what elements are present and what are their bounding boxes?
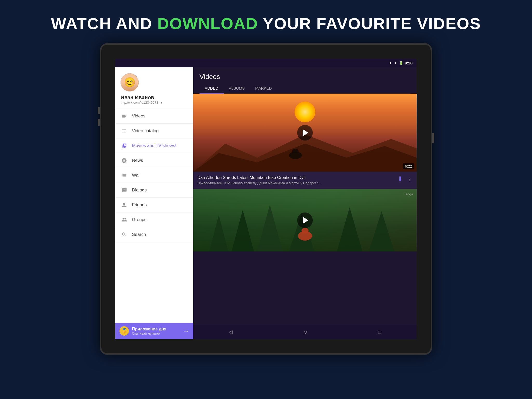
sidebar-item-video-catalog[interactable]: Video catalog <box>115 124 193 138</box>
profile-url: http://vk.com/id12345678 <box>121 101 158 104</box>
sidebar-item-friends[interactable]: Friends <box>115 198 193 212</box>
sidebar-label-video-catalog: Video catalog <box>132 128 159 134</box>
sidebar-label-videos: Videos <box>132 114 145 119</box>
recents-button[interactable]: □ <box>378 329 381 335</box>
volume-button-up <box>98 107 100 114</box>
more-options-button-1[interactable]: ⋮ <box>407 176 413 182</box>
back-button[interactable]: ◁ <box>229 329 232 335</box>
profile-section: 😊 Иван Иванов http://vk.com/id12345678 ▼ <box>115 67 193 109</box>
tablet-device: ▲ ▲ 🔋 9:28 😊 Иван Иванов http://vk.com/i… <box>100 43 432 355</box>
tablet-screen: ▲ ▲ 🔋 9:28 😊 Иван Иванов http://vk.com/i… <box>115 59 417 339</box>
sidebar: 😊 Иван Иванов http://vk.com/id12345678 ▼ <box>115 67 193 339</box>
bottom-navigation: ◁ ○ □ <box>193 325 417 339</box>
sidebar-item-movies[interactable]: Movies and TV shows! <box>115 138 193 153</box>
videos-title: Videos <box>200 73 410 81</box>
promo-bar[interactable]: 🏅 Приложение дня Скачивай лучшее → <box>115 323 193 339</box>
svg-point-11 <box>301 228 308 234</box>
search-icon <box>121 231 128 238</box>
videos-header: Videos ADDED ALBUMS MARKED <box>193 67 417 94</box>
sidebar-item-videos[interactable]: Videos <box>115 109 193 124</box>
sidebar-item-wall[interactable]: Wall <box>115 168 193 183</box>
home-button[interactable]: ○ <box>303 328 307 336</box>
sidebar-item-dialogs[interactable]: Dialogs <box>115 183 193 198</box>
sidebar-item-news[interactable]: News <box>115 153 193 168</box>
play-button-2[interactable] <box>297 212 313 228</box>
svg-marker-6 <box>257 205 283 251</box>
video-item-2: Tagga <box>193 189 417 251</box>
promo-title: Приложение дня <box>132 327 183 331</box>
signal-icon: ▲ <box>394 61 397 65</box>
video-thumbnail-2[interactable]: Tagga <box>193 189 417 251</box>
time-display: 9:28 <box>405 61 413 65</box>
app-content: 😊 Иван Иванов http://vk.com/id12345678 ▼ <box>115 67 417 339</box>
tabs-row: ADDED ALBUMS MARKED <box>200 83 410 94</box>
promo-subtitle: Скачивай лучшее <box>132 331 183 335</box>
dialogs-icon <box>121 187 128 194</box>
wall-icon <box>121 172 128 179</box>
avatar: 😊 <box>121 73 139 91</box>
movies-icon <box>121 142 128 149</box>
power-button <box>432 133 434 143</box>
svg-marker-4 <box>209 215 228 251</box>
promo-icon: 🏅 <box>119 326 129 336</box>
video-catalog-icon <box>121 127 128 135</box>
video-title-1: Dan Atherton Shreds Latest Mountain Bike… <box>197 175 397 180</box>
profile-name: Иван Иванов <box>121 95 188 101</box>
wifi-icon: ▲ <box>389 61 392 65</box>
video-duration-1: 6:22 <box>403 163 414 169</box>
video-desc-1: Присоединитесь к бешеному тревелу Дэнни … <box>197 181 397 185</box>
sidebar-label-news: News <box>132 158 143 163</box>
sidebar-label-friends: Friends <box>132 202 147 208</box>
watermark: Tagga <box>404 192 413 196</box>
sidebar-item-groups[interactable]: Groups <box>115 212 193 227</box>
svg-marker-8 <box>337 207 362 251</box>
sidebar-label-movies: Movies and TV shows! <box>132 143 176 148</box>
video-info-1: Dan Atherton Shreds Latest Mountain Bike… <box>193 172 417 189</box>
download-button-1[interactable]: ⬇ <box>397 175 403 183</box>
nav-list: Videos Video catalog Movie <box>115 109 193 323</box>
sidebar-item-search[interactable]: Search <box>115 227 193 242</box>
battery-icon: 🔋 <box>399 61 403 65</box>
profile-dropdown-icon[interactable]: ▼ <box>160 101 163 104</box>
tab-albums[interactable]: ALBUMS <box>224 83 250 94</box>
volume-button-down <box>98 119 100 126</box>
header-text: WATCH AND DOWNLOAD YOUR FAVOURITE VIDEOS <box>51 15 481 32</box>
video-list: 6:22 Dan Atherton Shreds Latest Mountain… <box>193 94 417 325</box>
svg-marker-9 <box>369 211 394 251</box>
tab-added[interactable]: ADDED <box>200 83 224 94</box>
promo-arrow-icon: → <box>183 327 189 335</box>
svg-point-3 <box>292 149 299 154</box>
sun-decoration <box>295 102 315 122</box>
news-icon <box>121 157 128 164</box>
status-bar: ▲ ▲ 🔋 9:28 <box>115 59 417 67</box>
sidebar-label-dialogs: Dialogs <box>132 188 147 193</box>
sidebar-label-groups: Groups <box>132 217 147 222</box>
video-icon <box>121 112 128 120</box>
sidebar-label-wall: Wall <box>132 173 140 178</box>
play-button-1[interactable] <box>297 125 313 141</box>
video-thumbnail-1[interactable]: 6:22 <box>193 94 417 172</box>
main-content: Videos ADDED ALBUMS MARKED <box>193 67 417 339</box>
status-icons: ▲ ▲ 🔋 9:28 <box>389 61 413 65</box>
friends-icon <box>121 201 128 209</box>
sidebar-label-search: Search <box>132 232 146 237</box>
video-item-1: 6:22 Dan Atherton Shreds Latest Mountain… <box>193 94 417 189</box>
groups-icon <box>121 216 128 223</box>
tab-marked[interactable]: MARKED <box>250 83 277 94</box>
svg-marker-5 <box>231 210 254 251</box>
